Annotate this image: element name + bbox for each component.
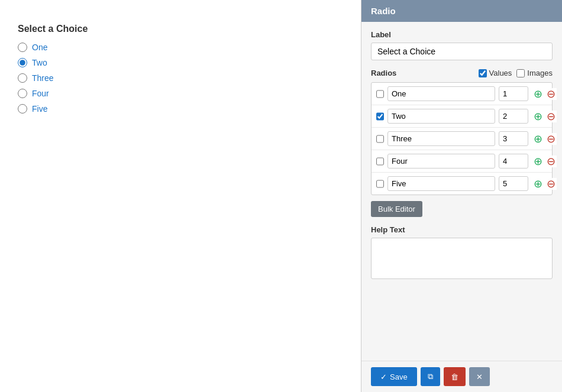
- radio-input-opt3[interactable]: [18, 73, 27, 83]
- left-panel: Select a Choice OneTwoThreeFourFive: [0, 0, 361, 392]
- table-row: ⊕⊖: [372, 83, 552, 105]
- radio-input-opt1[interactable]: [18, 43, 27, 52]
- remove-row-button-0[interactable]: ⊖: [545, 88, 557, 100]
- row-checkbox-3[interactable]: [376, 157, 384, 166]
- radio-group: OneTwoThreeFourFive: [18, 43, 343, 114]
- row-text-input-1[interactable]: [387, 109, 495, 124]
- right-panel: Radio Label Radios Values Images ⊕⊖⊕⊖⊕⊖⊕…: [361, 0, 562, 392]
- form-title: Select a Choice: [18, 24, 343, 34]
- plus-icon: ⊕: [534, 134, 542, 144]
- radio-item[interactable]: One: [18, 43, 343, 52]
- radio-item[interactable]: Four: [18, 89, 343, 98]
- label-input[interactable]: [371, 43, 553, 60]
- check-icon: ✓: [380, 372, 387, 381]
- plus-icon: ⊕: [534, 89, 542, 99]
- row-actions-0: ⊕⊖: [532, 88, 557, 100]
- plus-icon: ⊕: [534, 156, 542, 167]
- row-value-input-3[interactable]: [499, 154, 528, 169]
- help-text-input[interactable]: [371, 238, 553, 279]
- delete-button[interactable]: 🗑: [444, 367, 466, 386]
- minus-icon: ⊖: [547, 89, 555, 99]
- add-row-button-4[interactable]: ⊕: [532, 178, 544, 190]
- radio-input-opt4[interactable]: [18, 89, 27, 98]
- add-row-button-0[interactable]: ⊕: [532, 88, 544, 100]
- images-checkbox[interactable]: [516, 69, 525, 77]
- label-section-title: Label: [371, 30, 553, 39]
- save-button[interactable]: ✓ Save: [371, 367, 417, 386]
- radio-item[interactable]: Two: [18, 58, 343, 67]
- radio-label-opt4: Four: [32, 89, 49, 98]
- row-checkbox-1[interactable]: [376, 112, 384, 121]
- images-label: Images: [527, 69, 553, 77]
- panel-footer: ✓ Save ⧉ 🗑 ✕: [361, 361, 562, 392]
- radio-item[interactable]: Three: [18, 73, 343, 83]
- row-checkbox-4[interactable]: [376, 180, 384, 188]
- save-label: Save: [390, 372, 408, 381]
- row-text-input-2[interactable]: [387, 131, 495, 146]
- radios-table: ⊕⊖⊕⊖⊕⊖⊕⊖⊕⊖: [371, 82, 553, 195]
- radio-label-opt5: Five: [32, 104, 47, 114]
- add-row-button-2[interactable]: ⊕: [532, 133, 544, 145]
- row-actions-2: ⊕⊖: [532, 133, 557, 145]
- row-checkbox-0[interactable]: [376, 90, 384, 98]
- values-checkbox[interactable]: [479, 69, 487, 77]
- radio-input-opt5[interactable]: [18, 104, 27, 114]
- radios-section-title: Radios: [371, 69, 474, 77]
- row-actions-3: ⊕⊖: [532, 155, 557, 167]
- plus-icon: ⊕: [534, 179, 542, 189]
- remove-row-button-4[interactable]: ⊖: [545, 178, 557, 190]
- table-row: ⊕⊖: [372, 150, 552, 173]
- remove-row-button-1[interactable]: ⊖: [545, 111, 557, 122]
- row-value-input-0[interactable]: [499, 86, 528, 101]
- values-label: Values: [489, 69, 512, 77]
- row-text-input-0[interactable]: [387, 86, 495, 101]
- values-checkbox-label[interactable]: Values: [479, 69, 512, 77]
- panel-header: Radio: [361, 0, 562, 22]
- row-value-input-1[interactable]: [499, 109, 528, 124]
- close-icon: ✕: [476, 372, 483, 381]
- minus-icon: ⊖: [547, 134, 555, 144]
- row-value-input-4[interactable]: [499, 176, 528, 191]
- row-text-input-3[interactable]: [387, 154, 495, 169]
- remove-row-button-3[interactable]: ⊖: [545, 155, 557, 167]
- add-row-button-3[interactable]: ⊕: [532, 155, 544, 167]
- minus-icon: ⊖: [547, 156, 555, 167]
- help-text-section-title: Help Text: [371, 225, 553, 234]
- bulk-editor-button[interactable]: Bulk Editor: [371, 201, 422, 217]
- radio-label-opt1: One: [32, 43, 47, 52]
- table-row: ⊕⊖: [372, 105, 552, 128]
- minus-icon: ⊖: [547, 179, 555, 189]
- radio-item[interactable]: Five: [18, 104, 343, 114]
- minus-icon: ⊖: [547, 111, 555, 122]
- table-row: ⊕⊖: [372, 173, 552, 195]
- row-value-input-2[interactable]: [499, 131, 528, 146]
- radios-header: Radios Values Images: [371, 69, 553, 77]
- row-actions-1: ⊕⊖: [532, 111, 557, 122]
- table-row: ⊕⊖: [372, 128, 552, 150]
- row-actions-4: ⊕⊖: [532, 178, 557, 190]
- row-text-input-4[interactable]: [387, 176, 495, 191]
- copy-icon: ⧉: [428, 372, 433, 381]
- copy-button[interactable]: ⧉: [421, 367, 440, 386]
- trash-icon: 🗑: [451, 372, 458, 381]
- radio-label-opt2: Two: [32, 58, 47, 67]
- row-checkbox-2[interactable]: [376, 135, 384, 143]
- images-checkbox-label[interactable]: Images: [516, 69, 553, 77]
- plus-icon: ⊕: [534, 111, 542, 122]
- panel-body: Label Radios Values Images ⊕⊖⊕⊖⊕⊖⊕⊖⊕⊖ Bu…: [361, 22, 562, 361]
- remove-row-button-2[interactable]: ⊖: [545, 133, 557, 145]
- add-row-button-1[interactable]: ⊕: [532, 111, 544, 122]
- close-button[interactable]: ✕: [469, 367, 490, 386]
- radio-label-opt3: Three: [32, 73, 54, 83]
- radio-input-opt2[interactable]: [18, 58, 27, 67]
